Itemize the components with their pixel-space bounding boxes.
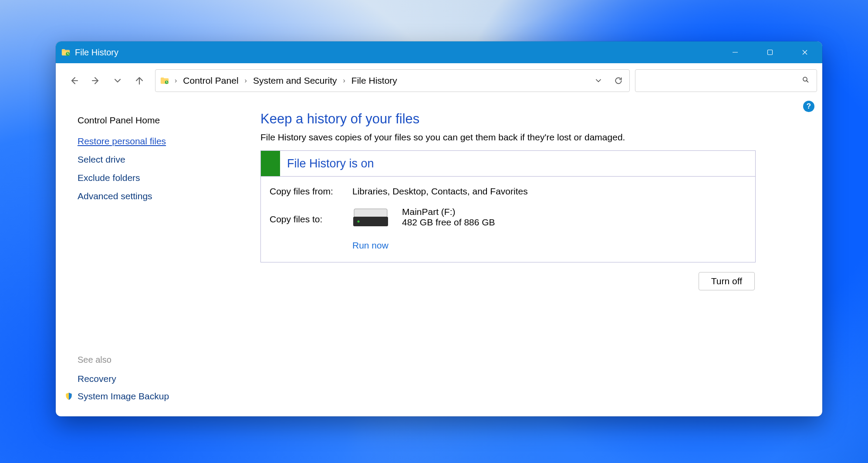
help-icon: ? xyxy=(807,102,811,111)
page-heading: Keep a history of your files xyxy=(260,111,796,127)
page-subtitle: File History saves copies of your files … xyxy=(260,132,796,143)
status-title: File History is on xyxy=(280,151,374,176)
drive-icon xyxy=(352,206,389,228)
see-also-system-image-backup[interactable]: System Image Backup xyxy=(78,388,256,405)
chevron-right-icon: › xyxy=(341,77,347,85)
see-also-link-label: Recovery xyxy=(78,374,116,384)
breadcrumb-item[interactable]: Control Panel xyxy=(181,75,240,87)
shield-icon xyxy=(64,392,73,401)
refresh-button[interactable] xyxy=(612,74,625,87)
svg-point-13 xyxy=(358,221,360,223)
sidebar-link-exclude[interactable]: Exclude folders xyxy=(78,169,256,187)
search-icon xyxy=(802,76,810,85)
main-content: ? Keep a history of your files File Hist… xyxy=(256,98,822,416)
breadcrumb-item[interactable]: File History xyxy=(350,75,399,87)
breadcrumb-item[interactable]: System and Security xyxy=(251,75,339,87)
sidebar-link-advanced[interactable]: Advanced settings xyxy=(78,187,256,205)
svg-line-10 xyxy=(807,81,808,82)
navigation-row: › Control Panel › System and Security › … xyxy=(56,63,822,98)
drive-free-space: 482 GB free of 886 GB xyxy=(402,217,495,228)
up-button[interactable] xyxy=(134,75,145,86)
copy-to-label: Copy files to: xyxy=(270,206,352,225)
see-also-link-label: System Image Backup xyxy=(78,391,169,402)
run-now-link[interactable]: Run now xyxy=(352,240,746,251)
folder-icon xyxy=(160,76,169,85)
address-bar[interactable]: › Control Panel › System and Security › … xyxy=(155,69,630,92)
forward-button[interactable] xyxy=(91,75,101,86)
chevron-right-icon: › xyxy=(173,77,179,85)
turn-off-button[interactable]: Turn off xyxy=(699,272,755,290)
address-dropdown[interactable] xyxy=(592,74,605,87)
copy-from-value: Libraries, Desktop, Contacts, and Favori… xyxy=(352,186,528,197)
titlebar[interactable]: File History xyxy=(56,41,822,63)
nav-arrows xyxy=(61,75,150,86)
window-title: File History xyxy=(75,48,118,58)
help-button[interactable]: ? xyxy=(803,101,814,112)
maximize-button[interactable] xyxy=(753,41,787,63)
close-button[interactable] xyxy=(787,41,822,63)
file-history-status-box: File History is on Copy files from: Libr… xyxy=(260,150,756,262)
see-also-recovery[interactable]: Recovery xyxy=(78,370,256,388)
see-also-section: See also Recovery System Image Backup xyxy=(78,355,256,416)
control-panel-home-link[interactable]: Control Panel Home xyxy=(78,111,256,129)
folder-history-icon xyxy=(61,48,71,57)
chevron-right-icon: › xyxy=(243,77,249,85)
status-on-indicator xyxy=(261,151,280,176)
see-also-label: See also xyxy=(78,355,256,370)
recent-dropdown[interactable] xyxy=(112,75,123,86)
svg-point-9 xyxy=(803,77,807,81)
drive-name: MainPart (F:) xyxy=(402,207,495,217)
sidebar-link-select-drive[interactable]: Select drive xyxy=(78,150,256,169)
minimize-button[interactable] xyxy=(718,41,753,63)
svg-rect-11 xyxy=(354,209,387,218)
file-history-window: File History xyxy=(56,41,822,416)
search-box[interactable] xyxy=(635,69,817,92)
sidebar: Control Panel Home Restore personal file… xyxy=(56,98,256,416)
window-controls xyxy=(718,41,822,63)
back-button[interactable] xyxy=(69,75,79,86)
copy-from-label: Copy files from: xyxy=(270,186,352,197)
svg-rect-2 xyxy=(768,50,773,55)
sidebar-link-restore[interactable]: Restore personal files xyxy=(78,132,256,150)
